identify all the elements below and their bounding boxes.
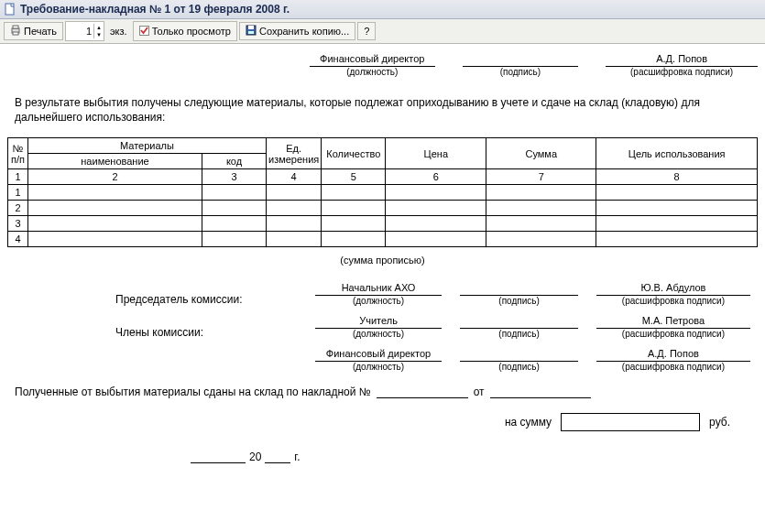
floppy-icon <box>246 25 257 38</box>
document-icon <box>4 3 16 16</box>
top-sign-block: (подпись) <box>463 53 579 77</box>
intro-paragraph: В результате выбытия получены следующие … <box>15 95 750 125</box>
th-name: наименование <box>28 154 202 169</box>
date-year-field <box>265 450 290 463</box>
th-code: код <box>202 154 267 169</box>
sum-in-words-caption: (сумма прописью) <box>7 255 758 266</box>
print-label: Печать <box>24 26 57 37</box>
top-position-block: Финансовый директор (должность) <box>310 53 435 77</box>
date-day-field <box>191 450 246 463</box>
svg-rect-7 <box>248 31 254 34</box>
help-icon: ? <box>364 26 369 37</box>
th-qty: Количество <box>322 138 386 169</box>
invoice-no-field <box>377 385 468 398</box>
numrow-8: 8 <box>596 169 758 185</box>
invoice-date-field <box>490 385 591 398</box>
ot-label: от <box>474 385 485 398</box>
spin-up-icon[interactable]: ▲ <box>94 24 104 31</box>
svg-rect-6 <box>248 26 254 29</box>
amount-box <box>561 413 700 431</box>
save-copy-label: Сохранить копию... <box>259 26 349 37</box>
top-position-value: Финансовый директор <box>320 53 424 66</box>
members-label: Члены комиссии: <box>15 326 297 339</box>
copies-unit-label: экз. <box>106 26 131 37</box>
print-button[interactable]: Печать <box>4 22 63 40</box>
th-np: № п/п <box>8 138 28 169</box>
copies-input[interactable] <box>66 26 93 37</box>
view-only-label: Только просмотр <box>152 26 231 37</box>
table-row: 3 <box>8 216 758 232</box>
svg-rect-3 <box>13 32 18 35</box>
table-row: 1 <box>8 185 758 201</box>
amount-row: на сумму руб. <box>7 413 730 431</box>
commission-row-chair: Председатель комиссии: Начальник АХО (до… <box>15 282 750 306</box>
top-name-block: А.Д. Попов (расшифровка подписи) <box>606 53 758 77</box>
window-title: Требование-накладная № 1 от 19 февраля 2… <box>20 3 290 16</box>
year-suffix: г. <box>294 451 300 463</box>
printer-icon <box>10 25 21 38</box>
th-materials: Материалы <box>28 138 267 154</box>
rub-label: руб. <box>709 416 730 429</box>
year-prefix: 20 <box>249 451 261 463</box>
amount-label: на сумму <box>505 416 552 429</box>
top-signature-row: Финансовый директор (должность) (подпись… <box>7 53 758 77</box>
table-row: 4 <box>8 232 758 247</box>
copies-spinner[interactable]: ▲ ▼ <box>65 21 104 41</box>
chair-label: Председатель комиссии: <box>15 293 297 306</box>
materials-table: № п/п Материалы Ед. измерения Количество… <box>7 137 758 247</box>
numrow-7: 7 <box>486 169 596 185</box>
received-text: Полученные от выбытия материалы сданы на… <box>15 385 371 398</box>
svg-rect-2 <box>13 26 18 28</box>
commission-row-member: Финансовый директор (должность) (подпись… <box>15 348 750 372</box>
spin-down-icon[interactable]: ▼ <box>94 31 104 38</box>
numrow-2: 2 <box>28 169 202 185</box>
numrow-6: 6 <box>386 169 486 185</box>
titlebar: Требование-накладная № 1 от 19 февраля 2… <box>0 0 765 19</box>
toolbar: Печать ▲ ▼ экз. Только просмотр Сохранит… <box>0 19 765 44</box>
numrow-1: 1 <box>8 169 28 185</box>
top-position-caption: (должность) <box>346 67 398 77</box>
numrow-5: 5 <box>322 169 386 185</box>
numrow-3: 3 <box>202 169 267 185</box>
help-button[interactable]: ? <box>357 22 376 40</box>
th-price: Цена <box>386 138 486 169</box>
materials-tbody: 1 2 3 4 <box>8 185 758 247</box>
th-purpose: Цель использования <box>596 138 758 169</box>
view-only-toggle[interactable]: Только просмотр <box>133 21 237 41</box>
date-row: 20 г. <box>191 450 758 463</box>
commission-block: Председатель комиссии: Начальник АХО (до… <box>15 282 750 372</box>
th-unit: Ед. измерения <box>267 138 322 169</box>
save-copy-button[interactable]: Сохранить копию... <box>239 22 355 40</box>
numrow-4: 4 <box>267 169 322 185</box>
top-name-caption: (расшифровка подписи) <box>630 67 733 77</box>
commission-row-member: Члены комиссии: Учитель (должность) (под… <box>15 315 750 339</box>
received-line: Полученные от выбытия материалы сданы на… <box>15 385 750 398</box>
th-sum: Сумма <box>486 138 596 169</box>
top-sign-caption: (подпись) <box>500 67 541 77</box>
document-area: Финансовый директор (должность) (подпись… <box>0 44 765 482</box>
svg-rect-0 <box>5 4 14 15</box>
top-name-value: А.Д. Попов <box>656 53 707 66</box>
checkbox-icon <box>139 26 149 38</box>
table-row: 2 <box>8 201 758 216</box>
